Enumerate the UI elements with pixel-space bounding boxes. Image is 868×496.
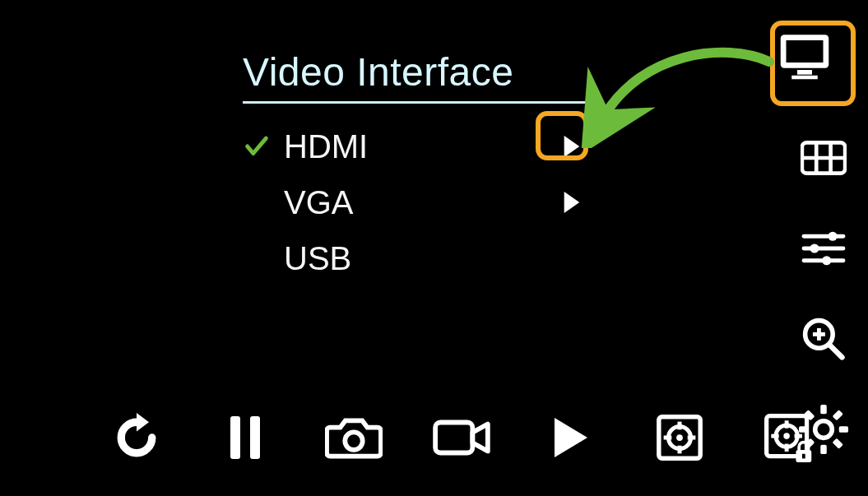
annotation-arrow (568, 33, 782, 148)
monitor-button-wrap (770, 21, 856, 106)
svg-rect-27 (230, 416, 240, 459)
menu-item-label: USB (284, 240, 555, 277)
menu-item-usb[interactable]: USB (243, 230, 588, 286)
svg-rect-26 (833, 438, 843, 449)
video-icon (432, 416, 493, 459)
check-icon (243, 132, 284, 160)
snapshot-button[interactable] (324, 408, 383, 467)
rotate-button[interactable] (107, 408, 166, 467)
crosshair-lock-button[interactable] (759, 408, 818, 467)
menu-item-vga[interactable]: VGA (243, 174, 588, 230)
menu-item-label: VGA (284, 184, 555, 221)
svg-rect-46 (802, 454, 805, 459)
svg-point-33 (676, 434, 683, 441)
play-icon (550, 415, 592, 461)
svg-rect-23 (833, 410, 843, 420)
svg-point-12 (810, 243, 819, 253)
submenu-arrow-icon[interactable] (555, 192, 588, 213)
menu-item-hdmi[interactable]: HDMI (243, 118, 588, 174)
grid-view-button[interactable] (797, 132, 850, 184)
svg-line-15 (829, 345, 842, 357)
svg-rect-19 (820, 405, 827, 414)
svg-point-13 (822, 256, 831, 265)
crosshair-icon (654, 412, 705, 463)
crosshair-lock-icon (762, 411, 815, 464)
svg-rect-20 (820, 445, 827, 454)
video-interface-menu: Video Interface HDMI VGA USB (243, 49, 588, 286)
menu-item-label: HDMI (284, 128, 555, 165)
monitor-icon (775, 25, 834, 85)
svg-point-11 (829, 232, 838, 241)
svg-rect-3 (791, 76, 818, 80)
camera-icon (325, 415, 383, 461)
right-toolbar (797, 132, 850, 456)
menu-title: Video Interface (243, 49, 588, 101)
grid-icon (801, 141, 847, 175)
svg-rect-28 (250, 416, 260, 459)
pause-button[interactable] (216, 408, 275, 467)
svg-rect-30 (435, 423, 472, 453)
monitor-button[interactable] (778, 29, 831, 81)
svg-point-40 (783, 433, 790, 439)
adjust-button[interactable] (797, 222, 850, 275)
zoom-in-icon (801, 316, 847, 362)
zoom-in-button[interactable] (797, 313, 850, 365)
record-button[interactable] (433, 408, 492, 467)
svg-rect-1 (787, 40, 824, 63)
submenu-arrow-icon[interactable] (555, 136, 588, 157)
play-button[interactable] (541, 408, 601, 467)
menu-separator (243, 101, 588, 104)
svg-rect-2 (797, 70, 812, 75)
rotate-icon (112, 413, 161, 462)
adjust-icon (800, 229, 847, 268)
bottom-toolbar (107, 408, 818, 467)
pause-icon (227, 415, 263, 461)
crosshair-button[interactable] (650, 408, 709, 467)
svg-rect-22 (839, 426, 848, 433)
svg-point-29 (345, 432, 362, 449)
